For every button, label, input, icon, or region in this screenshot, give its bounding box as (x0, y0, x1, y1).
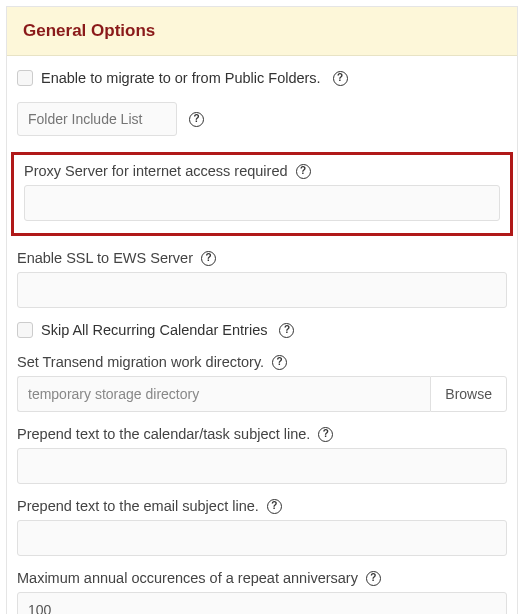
help-icon[interactable]: ? (333, 71, 348, 86)
prepend-email-input[interactable] (17, 520, 507, 556)
general-options-panel: General Options Enable to migrate to or … (6, 6, 518, 614)
help-icon[interactable]: ? (189, 112, 204, 127)
skip-recurring-checkbox[interactable] (17, 322, 33, 338)
enable-ssl-label-row: Enable SSL to EWS Server ? (17, 250, 507, 266)
help-icon[interactable]: ? (366, 571, 381, 586)
proxy-server-highlight: Proxy Server for internet access require… (11, 152, 513, 236)
help-icon[interactable]: ? (201, 251, 216, 266)
work-directory-input-group: Browse (17, 376, 507, 412)
prepend-email-label-row: Prepend text to the email subject line. … (17, 498, 507, 514)
skip-recurring-row: Skip All Recurring Calendar Entries ? (17, 322, 507, 338)
max-occurrences-label-row: Maximum annual occurences of a repeat an… (17, 570, 507, 586)
work-directory-label-row: Set Transend migration work directory. ? (17, 354, 507, 370)
prepend-calendar-label: Prepend text to the calendar/task subjec… (17, 426, 310, 442)
folder-include-row: ? (17, 102, 507, 136)
prepend-email-label: Prepend text to the email subject line. (17, 498, 259, 514)
proxy-server-label-row: Proxy Server for internet access require… (24, 163, 500, 179)
enable-ssl-row: Enable SSL to EWS Server ? (17, 250, 507, 308)
help-icon[interactable]: ? (267, 499, 282, 514)
folder-include-input[interactable] (17, 102, 177, 136)
enable-public-folders-label: Enable to migrate to or from Public Fold… (41, 70, 321, 86)
proxy-server-label: Proxy Server for internet access require… (24, 163, 288, 179)
enable-ssl-input[interactable] (17, 272, 507, 308)
max-occurrences-row: Maximum annual occurences of a repeat an… (17, 570, 507, 614)
work-directory-label: Set Transend migration work directory. (17, 354, 264, 370)
enable-ssl-label: Enable SSL to EWS Server (17, 250, 193, 266)
help-icon[interactable]: ? (296, 164, 311, 179)
proxy-server-input[interactable] (24, 185, 500, 221)
help-icon[interactable]: ? (318, 427, 333, 442)
work-directory-input[interactable] (17, 376, 430, 412)
panel-title: General Options (23, 21, 501, 41)
skip-recurring-label: Skip All Recurring Calendar Entries (41, 322, 267, 338)
work-directory-row: Set Transend migration work directory. ?… (17, 354, 507, 412)
max-occurrences-input[interactable] (17, 592, 507, 614)
enable-public-folders-checkbox[interactable] (17, 70, 33, 86)
max-occurrences-label: Maximum annual occurences of a repeat an… (17, 570, 358, 586)
prepend-calendar-input[interactable] (17, 448, 507, 484)
panel-header: General Options (7, 7, 517, 56)
help-icon[interactable]: ? (279, 323, 294, 338)
enable-public-folders-row: Enable to migrate to or from Public Fold… (17, 70, 507, 86)
browse-button[interactable]: Browse (430, 376, 507, 412)
prepend-email-row: Prepend text to the email subject line. … (17, 498, 507, 556)
prepend-calendar-label-row: Prepend text to the calendar/task subjec… (17, 426, 507, 442)
prepend-calendar-row: Prepend text to the calendar/task subjec… (17, 426, 507, 484)
panel-body: Enable to migrate to or from Public Fold… (7, 56, 517, 614)
help-icon[interactable]: ? (272, 355, 287, 370)
